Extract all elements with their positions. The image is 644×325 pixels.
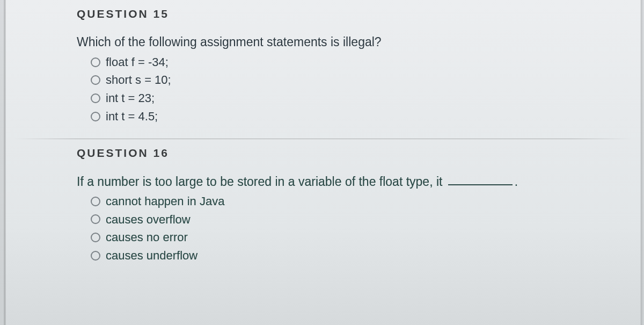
radio-icon[interactable] (91, 233, 100, 242)
choice-label: int t = 4.5; (106, 109, 158, 125)
radio-icon[interactable] (91, 251, 100, 261)
choice-item: causes no error (91, 228, 627, 247)
radio-icon[interactable] (91, 75, 100, 85)
question-16: QUESTION 16 If a number is too large to … (6, 139, 640, 278)
radio-icon[interactable] (91, 197, 100, 206)
choice-label: causes overflow (106, 212, 191, 228)
radio-icon[interactable] (91, 112, 100, 121)
choice-item: cannot happen in Java (91, 192, 627, 211)
choice-list: float f = -34; short s = 10; int t = 23;… (91, 53, 627, 126)
choice-item: causes underflow (91, 247, 627, 265)
question-prompt: Which of the following assignment statem… (77, 34, 627, 50)
choice-item: short s = 10; (91, 71, 627, 89)
choice-list: cannot happen in Java causes overflow ca… (91, 192, 627, 265)
choice-label: cannot happen in Java (106, 193, 224, 210)
radio-icon[interactable] (91, 93, 100, 103)
question-15: QUESTION 15 Which of the following assig… (6, 0, 640, 139)
radio-icon[interactable] (91, 57, 100, 67)
quiz-page: QUESTION 15 Which of the following assig… (5, 0, 641, 325)
choice-item: int t = 23; (91, 89, 627, 107)
fill-blank (448, 174, 513, 186)
choice-item: int t = 4.5; (91, 107, 627, 126)
question-prompt: If a number is too large to be stored in… (77, 174, 627, 189)
choice-label: short s = 10; (106, 72, 171, 88)
choice-item: causes overflow (91, 211, 627, 229)
radio-icon[interactable] (91, 214, 100, 224)
question-title: QUESTION 16 (77, 147, 627, 160)
choice-item: float f = -34; (91, 53, 627, 71)
choice-label: int t = 23; (106, 90, 155, 106)
choice-label: float f = -34; (106, 54, 169, 70)
choice-label: causes underflow (106, 248, 197, 264)
question-title: QUESTION 15 (77, 8, 627, 20)
choice-label: causes no error (106, 229, 188, 245)
prompt-prefix: If a number is too large to be stored in… (77, 174, 446, 188)
prompt-suffix: . (515, 174, 518, 188)
